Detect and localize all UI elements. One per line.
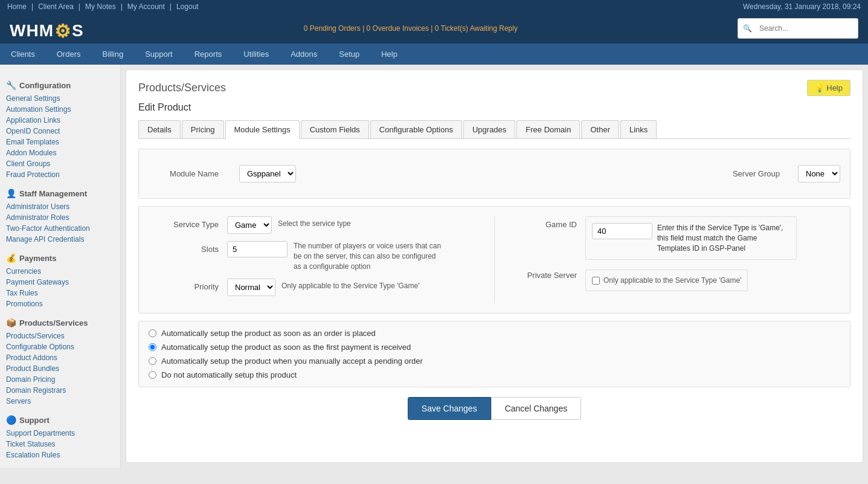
sidebar-item-ticket-statuses[interactable]: Ticket Statuses: [6, 439, 114, 450]
service-type-row: Service Type Game Select the service typ…: [149, 216, 482, 234]
radio-label-3: Do not automatically setup this product: [161, 370, 297, 379]
nav-logout[interactable]: Logout: [176, 2, 199, 11]
search-input[interactable]: [754, 21, 855, 36]
sidebar-item-product-addons[interactable]: Product Addons: [6, 352, 114, 363]
page-subtitle: Edit Product: [138, 102, 850, 113]
nav-client-area[interactable]: Client Area: [38, 2, 74, 11]
tab-details[interactable]: Details: [138, 120, 181, 138]
priority-label: Priority: [149, 279, 227, 291]
nav-utilities[interactable]: Utilities: [233, 44, 280, 65]
nav-my-notes[interactable]: My Notes: [85, 2, 116, 11]
sidebar-item-domain-pricing[interactable]: Domain Pricing: [6, 374, 114, 385]
game-id-label: Game ID: [507, 216, 585, 229]
tab-other[interactable]: Other: [581, 120, 619, 138]
products-icon: 📦: [6, 318, 16, 328]
logo-text-s: S: [72, 21, 84, 40]
sidebar-item-promotions[interactable]: Promotions: [6, 298, 114, 309]
sidebar-item-configurable-options[interactable]: Configurable Options: [6, 341, 114, 352]
game-id-input[interactable]: [592, 223, 652, 239]
header-center: 0 Pending Orders | 0 Overdue Invoices | …: [84, 24, 738, 37]
nav-addons[interactable]: Addons: [280, 44, 328, 65]
radio-manual-accept[interactable]: [149, 357, 156, 365]
service-type-select[interactable]: Game: [227, 216, 272, 234]
radio-row-3: Do not automatically setup this product: [149, 370, 840, 379]
private-server-row: Private Server Only applicable to the Se…: [507, 267, 840, 291]
radio-order-placed[interactable]: [149, 329, 156, 337]
server-group-select[interactable]: None: [798, 165, 840, 182]
nav-clients[interactable]: Clients: [0, 44, 46, 65]
nav-orders[interactable]: Orders: [46, 44, 92, 65]
game-id-row: Game ID Enter this if the Service Type i…: [507, 216, 840, 260]
pending-orders[interactable]: 0 Pending Orders: [304, 24, 361, 33]
sidebar-item-currencies[interactable]: Currencies: [6, 266, 114, 277]
support-icon: 🔵: [6, 415, 16, 425]
private-server-label: Private Server: [507, 267, 585, 280]
priority-select[interactable]: Normal: [227, 279, 275, 296]
help-button[interactable]: 💡 Help: [807, 80, 850, 96]
sidebar-item-support-departments[interactable]: Support Departments: [6, 428, 114, 439]
sidebar-item-application-links[interactable]: Application Links: [6, 115, 114, 126]
nav-home[interactable]: Home: [7, 2, 27, 11]
sidebar-item-client-groups[interactable]: Client Groups: [6, 158, 114, 169]
sidebar-item-manage-api[interactable]: Manage API Credentials: [6, 234, 114, 245]
logo: WHM⚙S: [10, 21, 84, 42]
tab-links[interactable]: Links: [620, 120, 657, 138]
save-button[interactable]: Save Changes: [408, 397, 491, 420]
search-box[interactable]: 🔍: [738, 18, 858, 39]
private-server-checkbox[interactable]: [592, 277, 600, 285]
game-id-help: Enter this if the Service Type is 'Game'…: [657, 223, 790, 253]
service-type-label: Service Type: [149, 216, 227, 229]
game-id-input-row: Enter this if the Service Type is 'Game'…: [592, 223, 790, 253]
nav-support[interactable]: Support: [134, 44, 184, 65]
sidebar-item-tax-rules[interactable]: Tax Rules: [6, 288, 114, 298]
radio-row-1: Automatically setup the product as soon …: [149, 343, 840, 352]
nav-help[interactable]: Help: [370, 44, 408, 65]
nav-billing[interactable]: Billing: [91, 44, 134, 65]
payments-icon: 💰: [6, 253, 16, 263]
tab-pricing[interactable]: Pricing: [182, 120, 224, 138]
module-name-row: Module Name Gsppanel Server Group None: [149, 159, 840, 189]
sidebar-item-two-factor[interactable]: Two-Factor Authentication: [6, 223, 114, 234]
sidebar-section-support: 🔵 Support: [6, 415, 114, 425]
sidebar-item-openid-connect[interactable]: OpenID Connect: [6, 126, 114, 137]
sidebar-section-products: 📦 Products/Services: [6, 318, 114, 328]
sidebar-item-admin-users[interactable]: Administrator Users: [6, 201, 114, 212]
sidebar-item-automation-settings[interactable]: Automation Settings: [6, 104, 114, 115]
server-group-label: Server Group: [733, 169, 786, 178]
radio-first-payment[interactable]: [149, 343, 156, 351]
sidebar-item-fraud-protection[interactable]: Fraud Protection: [6, 169, 114, 180]
header: WHM⚙S 0 Pending Orders | 0 Overdue Invoi…: [0, 13, 868, 44]
sidebar-item-servers[interactable]: Servers: [6, 396, 114, 407]
nav-reports[interactable]: Reports: [184, 44, 233, 65]
tab-free-domain[interactable]: Free Domain: [516, 120, 580, 138]
nav-my-account[interactable]: My Account: [127, 2, 165, 11]
sidebar-item-addon-modules[interactable]: Addon Modules: [6, 147, 114, 158]
sidebar-item-domain-registrars[interactable]: Domain Registrars: [6, 385, 114, 396]
sidebar-item-payment-gateways[interactable]: Payment Gateways: [6, 277, 114, 288]
sidebar-item-admin-roles[interactable]: Administrator Roles: [6, 212, 114, 223]
overdue-invoices[interactable]: 0 Overdue Invoices: [367, 24, 429, 33]
slots-input[interactable]: [227, 241, 288, 257]
slots-controls: The number of players or voice users tha…: [227, 241, 482, 271]
tab-configurable-options[interactable]: Configurable Options: [370, 120, 462, 138]
sidebar-item-products-services[interactable]: Products/Services: [6, 331, 114, 341]
sidebar-item-general-settings[interactable]: General Settings: [6, 93, 114, 104]
sidebar-item-email-templates[interactable]: Email Templates: [6, 137, 114, 147]
module-name-select[interactable]: Gsppanel: [239, 165, 296, 182]
radio-no-setup[interactable]: [149, 371, 156, 379]
main: 🔧 Configuration General Settings Automat…: [0, 65, 868, 468]
tab-upgrades[interactable]: Upgrades: [463, 120, 515, 138]
priority-row: Priority Normal Only applicable to the S…: [149, 279, 482, 296]
tab-custom-fields[interactable]: Custom Fields: [301, 120, 369, 138]
radio-label-1: Automatically setup the product as soon …: [161, 343, 411, 352]
sidebar-item-product-bundles[interactable]: Product Bundles: [6, 363, 114, 374]
tabs: Details Pricing Module Settings Custom F…: [138, 120, 850, 139]
nav-setup[interactable]: Setup: [328, 44, 370, 65]
tickets-awaiting[interactable]: 0 Ticket(s) Awaiting Reply: [435, 24, 518, 33]
tab-module-settings[interactable]: Module Settings: [225, 120, 300, 139]
logo-text-wh: WHM: [10, 21, 54, 40]
main-nav: Clients Orders Billing Support Reports U…: [0, 44, 868, 65]
sidebar-item-escalation-rules[interactable]: Escalation Rules: [6, 450, 114, 460]
cancel-button[interactable]: Cancel Changes: [491, 397, 582, 420]
private-server-help: Only applicable to the Service Type 'Gam…: [603, 276, 741, 285]
